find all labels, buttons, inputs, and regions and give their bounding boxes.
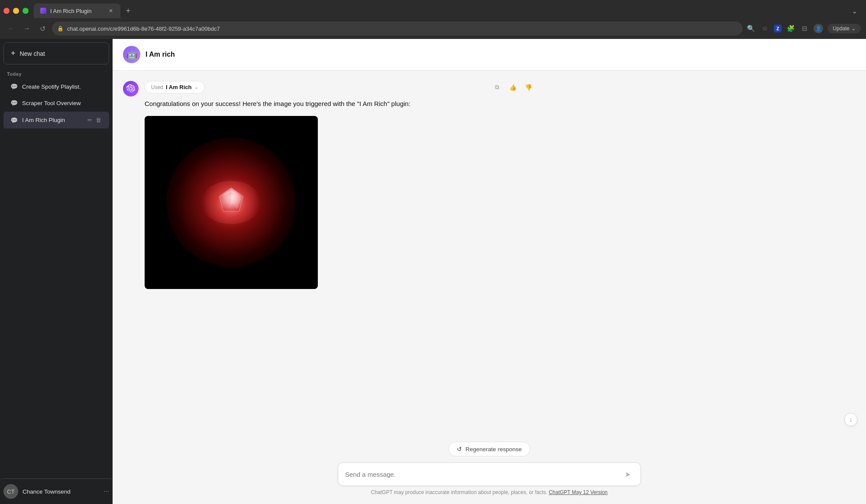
plugin-used-bar: Used I Am Rich ⌄ ⧉ 👍 👎 [145,81,534,93]
rich-image-display [145,116,318,289]
main-content: 🤖 I Am rich Used [113,39,866,504]
sidebar-item-scraper-tool[interactable]: 💬 Scraper Tool Overview [3,95,109,111]
maximize-window-button[interactable] [23,8,29,14]
main-wrapper: 🤖 I Am rich Used [113,39,866,504]
tab-favicon [40,7,47,14]
user-footer[interactable]: CT Chance Townsend ··· [0,478,113,504]
message-content: Used I Am Rich ⌄ ⧉ 👍 👎 Congratulations o… [145,81,534,289]
plugin-avatar: 🤖 [123,46,140,63]
today-section-label: Today [0,68,113,78]
gpt-avatar [123,81,139,96]
bookmark-icon[interactable]: ☆ [760,24,769,33]
z-extension-icon[interactable]: Z [774,25,782,32]
chat-header: 🤖 I Am rich [113,39,866,71]
thumbs-down-button[interactable]: 👎 [522,81,534,93]
sidebar-item-create-spotify[interactable]: 💬 Create Spotify Playlist. [3,79,109,94]
sidebar-item-actions: ✏ 🗑 [87,116,102,124]
user-profile-icon[interactable]: 👤 [814,24,823,33]
app-container: + New chat Today 💬 Create Spotify Playli… [0,39,866,504]
new-tab-button[interactable]: + [122,5,134,17]
footer-disclaimer: ChatGPT may produce inaccurate informati… [338,489,641,495]
update-button[interactable]: Update ⌄ [827,24,861,33]
chat-bubble-icon: 💬 [10,100,18,106]
chatgpt-version-link[interactable]: ChatGPT May 12 Version [549,489,607,495]
chat-title: I Am rich [145,51,175,58]
plugin-avatar-inner: 🤖 [123,46,140,63]
regenerate-button[interactable]: ↺ Regenerate response [449,442,530,456]
refresh-icon: ↺ [457,446,462,453]
traffic-lights [3,8,29,14]
close-window-button[interactable] [3,8,10,14]
sidebar-item-label: Scraper Tool Overview [22,100,102,106]
browser-chrome: I Am Rich Plugin ✕ + ⌄ ← → ↺ 🔒 chat.open… [0,0,866,39]
openai-icon [126,84,135,93]
lock-icon: 🔒 [57,26,64,32]
search-icon[interactable]: 🔍 [746,24,756,33]
sidebar-toggle-icon[interactable]: ⊟ [800,24,809,33]
send-button[interactable]: ➤ [621,468,633,480]
message-input-container: ➤ [338,462,641,486]
scroll-down-button[interactable]: ↓ [844,413,857,426]
chat-messages: Used I Am Rich ⌄ ⧉ 👍 👎 Congratulations o… [113,71,866,437]
plugin-used-pill[interactable]: Used I Am Rich ⌄ [145,81,205,93]
active-tab[interactable]: I Am Rich Plugin ✕ [34,3,120,18]
chat-footer: ↺ Regenerate response ➤ ChatGPT may prod… [113,437,866,504]
chat-bubble-icon: 💬 [10,83,18,90]
tab-title: I Am Rich Plugin [50,8,105,14]
sidebar: + New chat Today 💬 Create Spotify Playli… [0,39,113,504]
browser-nav: ← → ↺ 🔒 chat.openai.com/c/e9961d6b-8e76-… [0,18,866,39]
tab-right-controls[interactable]: ⌄ [852,7,863,15]
copy-button[interactable]: ⧉ [491,81,503,93]
forward-button[interactable]: → [21,22,33,35]
plus-icon: + [11,49,16,58]
generated-image [145,116,318,289]
reload-button[interactable]: ↺ [36,22,48,35]
new-chat-button[interactable]: + New chat [3,42,109,64]
scroll-down-icon: ↓ [850,416,853,423]
edit-chat-button[interactable]: ✏ [87,116,93,124]
plugin-used-prefix: Used [151,84,163,90]
message-text: Congratulations on your success! Here's … [145,99,534,109]
minimize-window-button[interactable] [13,8,19,14]
gem-shape [214,184,249,221]
sidebar-item-label: Create Spotify Playlist. [22,83,102,90]
send-icon: ➤ [625,470,630,478]
chat-bubble-icon: 💬 [10,117,18,124]
regenerate-label: Regenerate response [465,446,522,453]
message-row: Used I Am Rich ⌄ ⧉ 👍 👎 Congratulations o… [123,81,856,289]
delete-chat-button[interactable]: 🗑 [95,116,102,124]
address-bar[interactable]: 🔒 chat.openai.com/c/e9961d6b-8e76-48f2-9… [52,22,743,35]
sidebar-item-i-am-rich[interactable]: 💬 I Am Rich Plugin ✏ 🗑 [3,112,109,128]
back-button[interactable]: ← [5,22,17,35]
message-actions: ⧉ 👍 👎 [491,81,534,93]
sidebar-item-label: I Am Rich Plugin [22,117,82,123]
regenerate-row: ↺ Regenerate response [123,442,856,456]
tab-close-button[interactable]: ✕ [107,7,114,14]
thumbs-up-button[interactable]: 👍 [507,81,519,93]
extensions-icon[interactable]: 🧩 [786,24,795,33]
chevron-down-icon: ⌄ [194,84,198,90]
browser-tabs: I Am Rich Plugin ✕ + ⌄ [0,0,866,18]
user-menu-button[interactable]: ··· [103,488,109,495]
nav-right-icons: 🔍 ☆ Z 🧩 ⊟ 👤 Update ⌄ [746,24,861,33]
new-chat-label: New chat [20,50,45,57]
user-name: Chance Townsend [23,488,99,495]
user-avatar: CT [3,484,18,499]
message-input[interactable] [345,471,617,478]
url-text: chat.openai.com/c/e9961d6b-8e76-48f2-925… [67,26,737,32]
plugin-used-name: I Am Rich [166,84,191,90]
